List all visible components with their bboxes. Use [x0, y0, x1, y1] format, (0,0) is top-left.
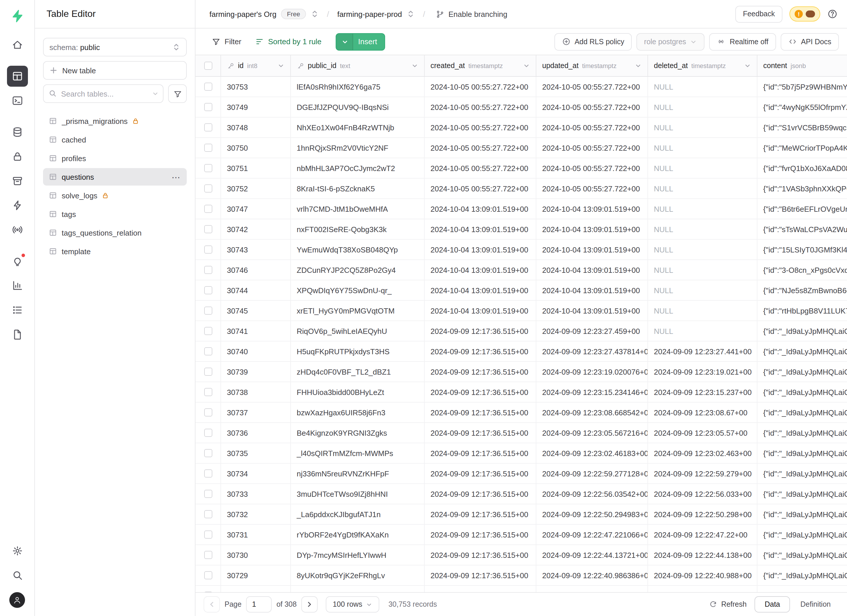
cell-public-id[interactable]: rYbORF2e4YgDt9fKAXaKn [291, 525, 425, 544]
sidebar-table-item[interactable]: profiles [43, 149, 187, 167]
row-checkbox[interactable] [204, 469, 212, 477]
table-row[interactable]: 30750 1hnRQjxSRm2V0VticY2NF 2024-10-05 0… [195, 138, 847, 158]
org-switcher-icon[interactable] [311, 10, 319, 18]
supabase-logo[interactable] [7, 6, 28, 27]
cell-updated-at[interactable]: 2024-09-09 12:23:05.567216+00 [536, 423, 648, 443]
cell-created-at[interactable]: 2024-10-05 00:55:27.722+00 [425, 158, 536, 178]
table-row[interactable]: 30742 nxFT002ISeRE-Qobg3K3k 2024-10-04 1… [195, 219, 847, 240]
cell-content[interactable]: {"id":"_Id9aLyJpMHQLaiQG [757, 402, 847, 422]
cell-content[interactable]: {"id":"_Id9aLyJpMHQLaiQG [757, 504, 847, 524]
cell-deleted-at[interactable]: 2024-09-09 12:23:02.463+00 [648, 443, 757, 463]
cell-public-id[interactable]: 0L5BAfDaLDl5rQOiqeKPO [291, 586, 425, 592]
cell-created-at[interactable]: 2024-09-09 12:17:36.515+00 [425, 565, 536, 585]
help-icon[interactable] [827, 9, 838, 19]
cell-content[interactable]: {"id":"_Id9aLyJpMHQLaiQG [757, 443, 847, 463]
cell-content[interactable]: {"id":"_Id9aLyJpMHQLaiQG [757, 382, 847, 402]
cell-deleted-at[interactable]: NULL [648, 321, 757, 341]
cell-deleted-at[interactable]: 2024-09-09 12:23:05.57+00 [648, 423, 757, 443]
cell-public-id[interactable]: nj336mN5reuRVNZrKHFpF [291, 464, 425, 483]
cell-updated-at[interactable]: 2024-10-05 00:55:27.722+00 [536, 178, 648, 198]
cell-created-at[interactable]: 2024-09-09 12:17:36.515+00 [425, 525, 536, 544]
cell-deleted-at[interactable]: 2024-09-09 12:23:19.021+00 [648, 362, 757, 382]
cell-public-id[interactable]: 8yUKotr9qGYjK2eFRhgLv [291, 565, 425, 585]
search-tables-input[interactable] [43, 84, 164, 103]
cell-id[interactable]: 30750 [221, 138, 291, 158]
cell-public-id[interactable]: Be4KignzoK9YRGNI3Zgks [291, 423, 425, 443]
sidebar-table-item[interactable]: cached [43, 131, 187, 148]
cell-content[interactable]: {"id":"_Id9aLyJpMHQLaiQG [757, 525, 847, 544]
table-row[interactable]: 30747 vrlh7CMD-JtM1bOweMHfA 2024-10-04 1… [195, 199, 847, 219]
table-row[interactable]: 30732 _La6pddxcKJIbgufATJ1n 2024-09-09 1… [195, 504, 847, 525]
sidebar-table-item[interactable]: solve_logs [43, 187, 187, 204]
cell-id[interactable]: 30753 [221, 77, 291, 97]
column-header-content[interactable]: content jsonb [757, 55, 847, 76]
cell-updated-at[interactable]: 2024-10-05 00:55:27.722+00 [536, 77, 648, 97]
chevron-down-icon[interactable] [336, 34, 353, 50]
filter-tables-button[interactable] [168, 84, 187, 103]
cell-id[interactable]: 30743 [221, 240, 291, 259]
project-switcher-icon[interactable] [407, 10, 415, 18]
cell-content[interactable]: {"id":"_Id9aLyJpMHQLaiQG [757, 464, 847, 483]
cell-updated-at[interactable]: 2024-10-05 00:55:27.722+00 [536, 138, 648, 158]
cell-updated-at[interactable]: 2024-10-04 13:09:01.519+00 [536, 240, 648, 259]
sidebar-table-item[interactable]: questions ⋯ [43, 168, 187, 186]
cell-public-id[interactable]: YwEmuWdqT38XoSB048QYp [291, 240, 425, 259]
cell-public-id[interactable]: _La6pddxcKJIbgufATJ1n [291, 504, 425, 524]
column-header-updated-at[interactable]: updated_at timestamptz [536, 55, 648, 76]
row-checkbox[interactable] [204, 184, 212, 193]
column-header-id[interactable]: id int8 [221, 55, 291, 76]
rows-per-page-select[interactable]: 100 rows [326, 596, 379, 613]
table-row[interactable]: 30737 bzwXazHgax6UIR58j6Fn3 2024-09-09 1… [195, 402, 847, 423]
cell-updated-at[interactable]: 2024-09-09 12:23:15.234146+00 [536, 382, 648, 402]
table-row[interactable]: 30752 8KraI-tSI-6-pSZcknaK5 2024-10-05 0… [195, 178, 847, 199]
cell-id[interactable]: 30733 [221, 484, 291, 504]
cell-created-at[interactable]: 2024-09-09 12:17:36.515+00 [425, 545, 536, 565]
row-checkbox[interactable] [204, 551, 212, 559]
table-row[interactable]: 30753 lEfA0sRh9hIXf62Y6ga75 2024-10-05 0… [195, 77, 847, 97]
cell-deleted-at[interactable]: 2024-09-09 12:23:15.237+00 [648, 382, 757, 402]
row-checkbox[interactable] [204, 286, 212, 294]
cell-id[interactable]: 30735 [221, 443, 291, 463]
row-checkbox[interactable] [204, 266, 212, 274]
table-row[interactable]: 30740 H5uqFKpRUTPkjxdysT3HS 2024-09-09 1… [195, 342, 847, 362]
cell-updated-at[interactable]: 2024-09-09 12:23:08.668542+00 [536, 402, 648, 422]
cell-content[interactable]: {"id":"_Id9aLyJpMHQLaiQG [757, 423, 847, 443]
tab-data[interactable]: Data [755, 596, 790, 613]
cell-public-id[interactable]: nbMhHL3AP7OcCJymc2wT2 [291, 158, 425, 178]
cell-updated-at[interactable]: 2024-10-04 13:09:01.519+00 [536, 280, 648, 300]
sidebar-table-item[interactable]: _prisma_migrations [43, 112, 187, 130]
cell-deleted-at[interactable]: NULL [648, 219, 757, 239]
page-number-input[interactable] [246, 596, 272, 613]
cell-public-id[interactable]: zHDq4c0F0VBF_TL2_dBZ1 [291, 362, 425, 382]
cell-deleted-at[interactable]: NULL [648, 301, 757, 320]
cell-created-at[interactable]: 2024-09-09 12:17:36.515+00 [425, 586, 536, 592]
row-checkbox[interactable] [204, 144, 212, 152]
filter-button[interactable]: Filter [206, 33, 247, 50]
cell-id[interactable]: 30738 [221, 382, 291, 402]
notifications-button[interactable]: ! [789, 6, 820, 22]
cell-deleted-at[interactable]: 2024-09-09 12:22:44.138+00 [648, 545, 757, 565]
cell-created-at[interactable]: 2024-10-04 13:09:01.519+00 [425, 240, 536, 259]
chevron-down-icon[interactable] [744, 62, 751, 69]
row-checkbox[interactable] [204, 531, 212, 539]
search-icon[interactable] [7, 565, 28, 586]
sidebar-table-item[interactable]: template [43, 243, 187, 260]
row-checkbox[interactable] [204, 429, 212, 437]
nav-storage-icon[interactable] [7, 171, 28, 192]
cell-deleted-at[interactable]: NULL [648, 118, 757, 137]
feedback-button[interactable]: Feedback [735, 6, 782, 22]
cell-id[interactable]: 30732 [221, 504, 291, 524]
cell-deleted-at[interactable]: 2024-09-09 12:23:08.67+00 [648, 402, 757, 422]
cell-content[interactable]: {"id":"_Id9aLyJpMHQLaiQG [757, 321, 847, 341]
table-row[interactable]: 30741 RiqOV6p_5wihLeIAEQyhU 2024-09-09 1… [195, 321, 847, 342]
table-row[interactable]: 30729 8yUKotr9qGYjK2eFRhgLv 2024-09-09 1… [195, 565, 847, 586]
cell-content[interactable]: {"id":"_Id9aLyJpMHQLaiQG [757, 342, 847, 361]
cell-updated-at[interactable]: 2024-09-09 12:22:56.03542+00 [536, 484, 648, 504]
cell-created-at[interactable]: 2024-10-04 13:09:01.519+00 [425, 280, 536, 300]
cell-created-at[interactable]: 2024-10-05 00:55:27.722+00 [425, 77, 536, 97]
sidebar-table-item[interactable]: tags [43, 205, 187, 223]
breadcrumb-org[interactable]: farming-paper's Org [210, 10, 276, 18]
cell-deleted-at[interactable]: NULL [648, 240, 757, 259]
row-checkbox[interactable] [204, 327, 212, 335]
cell-updated-at[interactable]: 2024-09-09 12:22:59.277128+00 [536, 464, 648, 483]
